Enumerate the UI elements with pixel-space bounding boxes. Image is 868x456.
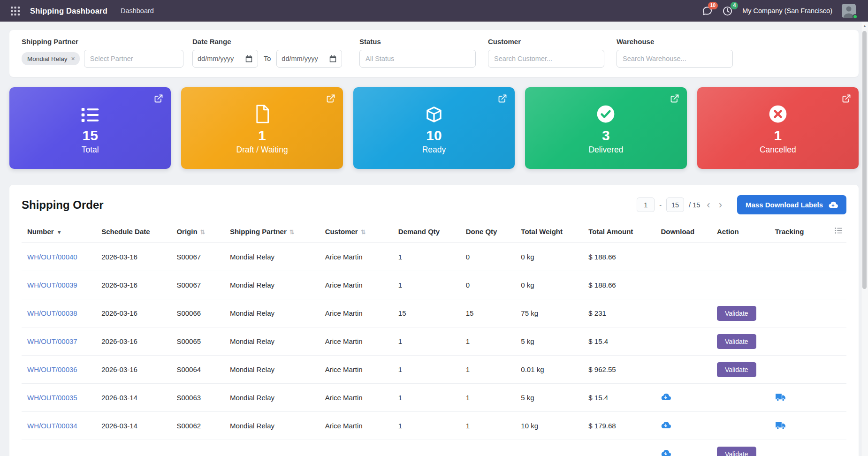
sort-icon: ⇅: [361, 229, 365, 236]
download-label-icon[interactable]: [661, 449, 671, 456]
validate-button[interactable]: Validate: [717, 334, 756, 349]
user-avatar[interactable]: [842, 4, 856, 18]
order-number-link[interactable]: WH/OUT/00040: [27, 253, 77, 261]
filter-shipping-partner: Shipping Partner Mondial Relay ×: [22, 38, 180, 68]
order-number-link[interactable]: WH/OUT/00034: [27, 422, 77, 430]
column-header-demand-qty: Demand Qty: [395, 220, 462, 243]
download-cell: [657, 271, 713, 299]
app-title: Shipping Dashboard: [30, 7, 107, 15]
page-start-box[interactable]: 1: [637, 198, 655, 212]
status-input[interactable]: [359, 50, 476, 68]
online-status-dot: [853, 14, 858, 19]
action-cell: [713, 271, 771, 299]
pagination: 1 - 15 / 15 ‹ ›: [637, 198, 724, 212]
number-cell: WH/OUT/00039: [22, 271, 98, 299]
scroll-up-arrow-icon[interactable]: ▲: [861, 22, 868, 28]
order-number-link[interactable]: WH/OUT/00038: [27, 309, 77, 317]
filter-status: Status: [359, 38, 476, 68]
download-cell: [657, 356, 713, 384]
next-page-chevron-icon[interactable]: ›: [717, 200, 724, 210]
partner-search-input[interactable]: [84, 50, 183, 68]
date-from-input[interactable]: dd/mm/yyyy: [192, 50, 258, 68]
total-weight-cell: 10 kg: [517, 412, 585, 440]
customer-search-input[interactable]: [488, 50, 604, 68]
row-options-cell: [827, 440, 846, 456]
warehouse-search-input[interactable]: [617, 50, 733, 68]
scrollbar-thumb[interactable]: [862, 31, 867, 289]
activities-badge: 4: [731, 2, 738, 9]
customer-label: Customer: [488, 38, 604, 46]
column-header-origin[interactable]: Origin⇅: [173, 220, 226, 243]
external-link-icon[interactable]: [842, 94, 851, 103]
external-link-icon[interactable]: [154, 94, 163, 103]
external-link-icon[interactable]: [326, 94, 335, 103]
scrollbar[interactable]: ▲: [861, 22, 868, 456]
page-end-box[interactable]: 15: [666, 198, 684, 212]
total-weight-cell: 5 kg: [517, 384, 585, 412]
shipping-partner-label: Shipping Partner: [22, 38, 180, 46]
table-row: WH/OUT/00037 2026-03-16 S00065 Mondial R…: [22, 327, 846, 356]
external-link-icon[interactable]: [670, 94, 679, 103]
column-header-customer[interactable]: Customer⇅: [321, 220, 395, 243]
messages-button[interactable]: 10: [702, 6, 713, 16]
optional-columns-icon[interactable]: [835, 227, 843, 234]
column-header-number[interactable]: Number▼: [22, 220, 98, 243]
customer-cell: Arice Martin: [321, 327, 395, 356]
row-options-cell: [827, 384, 846, 412]
order-number-link[interactable]: WH/OUT/00036: [27, 365, 77, 373]
apps-menu-button[interactable]: [8, 3, 23, 18]
origin-cell: S00063: [173, 384, 226, 412]
mass-download-labels-button[interactable]: Mass Download Labels: [737, 195, 846, 214]
date-range-label: Date Range: [192, 38, 347, 46]
kpi-card-cancelled[interactable]: 1 Cancelled: [697, 87, 859, 169]
download-cell: [657, 412, 713, 440]
tracking-truck-icon[interactable]: [775, 393, 786, 402]
download-label-icon[interactable]: [661, 393, 671, 401]
validate-button[interactable]: Validate: [717, 362, 756, 377]
customer-cell: Arice Martin: [321, 412, 395, 440]
schedule-date-cell: 2026-03-16: [98, 271, 173, 299]
kpi-card-draft-waiting[interactable]: 1 Draft / Waiting: [181, 87, 343, 169]
activities-button[interactable]: 4: [722, 6, 733, 16]
x-circle-icon: [768, 101, 788, 124]
download-cell: [657, 440, 713, 456]
customer-cell: Arice Martin: [321, 384, 395, 412]
origin-cell: S00067: [173, 271, 226, 299]
total-weight-cell: 0 kg: [517, 271, 585, 299]
order-number-link[interactable]: WH/OUT/00037: [27, 337, 77, 345]
order-number-link[interactable]: WH/OUT/00035: [27, 394, 77, 402]
tracking-truck-icon[interactable]: [775, 421, 786, 430]
validate-button[interactable]: Validate: [717, 306, 756, 321]
origin-cell: S00066: [173, 299, 226, 327]
kpi-label: Cancelled: [760, 145, 796, 155]
nav-item-dashboard[interactable]: Dashboard: [115, 4, 160, 18]
company-switcher[interactable]: My Company (San Francisco): [742, 7, 832, 15]
order-number-link[interactable]: WH/OUT/00039: [27, 281, 77, 289]
kpi-card-ready[interactable]: 10 Ready: [353, 87, 515, 169]
external-link-icon[interactable]: [498, 94, 507, 103]
download-label-icon[interactable]: [661, 421, 671, 429]
mass-download-labels-label: Mass Download Labels: [746, 201, 823, 209]
row-options-cell: [827, 412, 846, 440]
action-cell: Validate: [713, 299, 771, 327]
column-header-action: Action: [713, 220, 771, 243]
kpi-card-total[interactable]: 15 Total: [9, 87, 171, 169]
download-cell: [657, 243, 713, 271]
column-header-shipping-partner[interactable]: Shipping Partner⇅: [226, 220, 321, 243]
origin-cell: S00065: [173, 327, 226, 356]
remove-tag-icon[interactable]: ×: [71, 55, 75, 62]
box-icon: [424, 101, 444, 124]
date-to-input[interactable]: dd/mm/yyyy: [276, 50, 342, 68]
download-cell: [657, 299, 713, 327]
date-from-value: dd/mm/yyyy: [198, 55, 234, 62]
kpi-card-delivered[interactable]: 3 Delivered: [525, 87, 686, 169]
validate-button[interactable]: Validate: [717, 447, 756, 456]
origin-cell: S00064: [173, 356, 226, 384]
calendar-icon: [329, 55, 337, 63]
table-row: Validate: [22, 440, 846, 456]
prev-page-chevron-icon[interactable]: ‹: [705, 200, 712, 210]
partner-tag[interactable]: Mondial Relay ×: [22, 52, 80, 65]
kpi-value: 1: [774, 128, 782, 144]
sort-icon: ⇅: [289, 229, 294, 236]
done-qty-cell: 0: [462, 271, 518, 299]
